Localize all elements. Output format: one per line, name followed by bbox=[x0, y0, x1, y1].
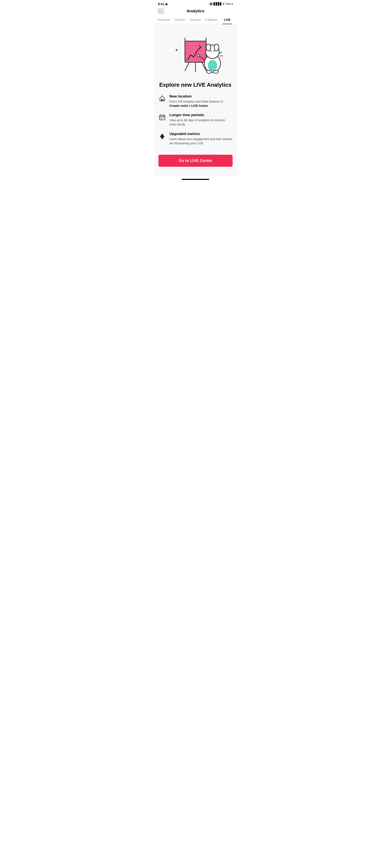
calendar-icon bbox=[158, 113, 166, 121]
camera-icon: ▶ bbox=[166, 2, 168, 6]
feature-new-location-text: New location Find LIVE Analytics and oth… bbox=[170, 94, 233, 108]
svg-point-23 bbox=[162, 118, 162, 119]
svg-rect-17 bbox=[161, 100, 163, 101]
feature-longer-time-text: Longer time periods View up to 60 days o… bbox=[170, 113, 233, 127]
feature-new-location: New location Find LIVE Analytics and oth… bbox=[158, 94, 233, 108]
signal-icon: ▋▋▋▋ bbox=[213, 2, 222, 5]
illustration-container: ✦ bbox=[158, 28, 233, 82]
svg-line-1 bbox=[185, 62, 189, 71]
home-indicator bbox=[182, 179, 209, 180]
svg-text:✦: ✦ bbox=[175, 48, 178, 53]
feature-longer-time-desc: View up to 60 days of analytics to disco… bbox=[170, 118, 233, 127]
svg-point-11 bbox=[208, 60, 217, 71]
svg-point-22 bbox=[161, 118, 161, 119]
tab-followers[interactable]: Followers bbox=[203, 16, 219, 24]
svg-point-10 bbox=[197, 55, 199, 57]
svg-point-12 bbox=[207, 70, 212, 73]
feature-upgraded-metrics: Upgraded metrics Learn about your engage… bbox=[158, 132, 233, 146]
feature-longer-time: Longer time periods View up to 60 days o… bbox=[158, 113, 233, 127]
feature-upgraded-metrics-text: Upgraded metrics Learn about your engage… bbox=[170, 132, 233, 146]
explore-heading: Explore new LIVE Analytics bbox=[158, 82, 233, 88]
status-left: 8:41 ▶ bbox=[158, 2, 168, 6]
header: ← Analytics bbox=[154, 7, 237, 16]
tab-live[interactable]: LIVE bbox=[219, 16, 235, 24]
tabs-container: Overview Content Viewers Followers LIVE bbox=[154, 16, 237, 24]
arrow-up-icon bbox=[158, 132, 166, 140]
svg-point-26 bbox=[162, 119, 162, 120]
green-dot bbox=[231, 3, 233, 5]
status-right: 🔕 ▋▋▋▋ ▾ 74% bbox=[209, 2, 233, 5]
tab-content[interactable]: Content bbox=[172, 16, 188, 24]
go-to-live-center-button[interactable]: Go to LIVE Center bbox=[158, 155, 233, 167]
battery-text: 74% bbox=[225, 2, 231, 5]
svg-point-25 bbox=[161, 119, 161, 120]
feature-upgraded-metrics-title: Upgraded metrics bbox=[170, 132, 233, 136]
page-title: Analytics bbox=[187, 9, 204, 13]
house-icon bbox=[158, 95, 166, 102]
mute-icon: 🔕 bbox=[209, 2, 213, 5]
svg-point-13 bbox=[213, 70, 218, 73]
feature-new-location-title: New location bbox=[170, 94, 233, 98]
tab-overview[interactable]: Overview bbox=[156, 16, 172, 24]
svg-point-9 bbox=[214, 44, 219, 51]
svg-point-8 bbox=[206, 44, 211, 51]
wifi-icon: ▾ bbox=[223, 2, 224, 5]
feature-new-location-desc: Find LIVE Analytics and other features i… bbox=[170, 99, 233, 108]
feature-longer-time-title: Longer time periods bbox=[170, 113, 233, 117]
main-content: ✦ Explore new LIVE Analytics New locatio… bbox=[154, 24, 237, 177]
back-button[interactable]: ← bbox=[158, 8, 163, 14]
tab-viewers[interactable]: Viewers bbox=[188, 16, 204, 24]
svg-point-24 bbox=[163, 118, 164, 119]
status-time: 8:41 bbox=[158, 2, 164, 6]
live-analytics-illustration: ✦ bbox=[168, 35, 223, 77]
status-bar: 8:41 ▶ 🔕 ▋▋▋▋ ▾ 74% bbox=[154, 0, 237, 7]
feature-upgraded-metrics-desc: Learn about your engagement and how view… bbox=[170, 137, 233, 146]
battery-container: 74% bbox=[225, 2, 233, 5]
bottom-indicator bbox=[154, 177, 237, 181]
